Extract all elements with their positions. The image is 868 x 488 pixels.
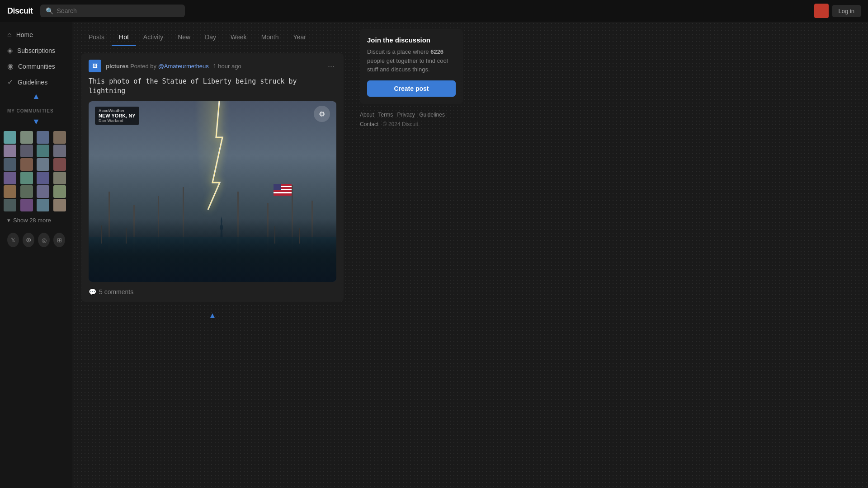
sidebar-item-home[interactable]: ⌂ Home (0, 27, 72, 42)
community-name[interactable]: pictures (106, 63, 129, 70)
tab-activity[interactable]: Activity (136, 29, 170, 46)
community-thumb[interactable] (37, 131, 49, 144)
community-thumb[interactable] (53, 185, 66, 198)
poster-name[interactable]: @Amateurmetheus (158, 63, 209, 70)
twitter-button[interactable]: 𝕏 (7, 233, 19, 247)
avatar[interactable] (814, 4, 829, 18)
community-thumb[interactable] (20, 185, 33, 198)
community-icon[interactable]: 🖼 (89, 60, 101, 72)
community-thumb[interactable] (4, 158, 16, 171)
sidebar-item-label: Home (16, 31, 33, 38)
github-button[interactable]: ◎ (38, 233, 50, 247)
community-thumb[interactable] (20, 172, 33, 184)
sidebar: ⌂ Home ◈ Subscriptions ◉ Communities ✓ G… (0, 22, 72, 488)
communities-icon: ◉ (7, 62, 14, 70)
sidebar-item-communities[interactable]: ◉ Communities (0, 58, 72, 74)
show-more-label: Show 28 more (13, 217, 51, 224)
tab-day[interactable]: Day (198, 29, 223, 46)
tab-posts[interactable]: Posts (81, 29, 112, 46)
sidebar-item-subscriptions[interactable]: ◈ Subscriptions (0, 42, 72, 58)
community-thumb[interactable] (37, 199, 49, 211)
lightning-scene: AccuWeather NEW YORK, NY Dan Warland ⚙ (89, 101, 336, 282)
community-thumb[interactable] (37, 185, 49, 198)
street-lamp-3 (274, 226, 275, 244)
join-count: 6226 (430, 48, 443, 55)
chevron-down-icon: ▾ (7, 217, 10, 224)
join-box: Join the discussion Discuit is a place w… (360, 29, 463, 104)
guidelines-icon: ✓ (7, 78, 13, 86)
create-post-button[interactable]: Create post (367, 80, 456, 97)
post-footer: 💬 5 comments (89, 288, 336, 296)
footer-contact[interactable]: Contact (360, 121, 378, 127)
scroll-bottom-up-arrow[interactable]: ▲ (208, 311, 217, 320)
weather-person: Dan Warland (99, 118, 136, 123)
posted-by-label: Posted by (130, 63, 158, 70)
community-thumb[interactable] (37, 172, 49, 184)
sidebar-item-label: Subscriptions (17, 47, 55, 54)
comment-icon: 💬 (89, 288, 96, 296)
post-more-button[interactable]: ··· (326, 61, 336, 71)
community-thumb[interactable] (4, 199, 16, 211)
tab-month[interactable]: Month (254, 29, 286, 46)
search-input[interactable] (57, 7, 179, 14)
weather-location: NEW YORK, NY (99, 113, 136, 118)
community-thumb[interactable] (4, 131, 16, 144)
sidebar-item-label: Communities (18, 63, 55, 70)
nav-right: Log in (814, 4, 861, 18)
bookmark-button[interactable]: ⊞ (53, 233, 65, 247)
community-thumb[interactable] (37, 145, 49, 157)
search-bar[interactable]: 🔍 (40, 5, 185, 17)
community-thumb[interactable] (53, 172, 66, 184)
tab-year[interactable]: Year (286, 29, 313, 46)
join-text-suffix: people get together to find cool stuff a… (367, 57, 448, 73)
post-card: 🖼 pictures Posted by @Amateurmetheus 1 h… (81, 53, 344, 302)
social-icons: 𝕏 ⊕ ◎ ⊞ (0, 229, 72, 251)
main-feed: Posts Hot Activity New Day Week Month Ye… (72, 22, 353, 488)
tab-week[interactable]: Week (223, 29, 254, 46)
post-meta: pictures Posted by @Amateurmetheus 1 hou… (106, 63, 321, 70)
post-image: AccuWeather NEW YORK, NY Dan Warland ⚙ (89, 101, 336, 282)
footer-about[interactable]: About (360, 112, 374, 118)
sidebar-item-guidelines[interactable]: ✓ Guidelines (0, 74, 72, 90)
community-thumb[interactable] (53, 131, 66, 144)
community-thumb[interactable] (20, 145, 33, 157)
community-thumb[interactable] (53, 158, 66, 171)
weather-sub: AccuWeather (99, 108, 136, 113)
home-icon: ⌂ (7, 31, 12, 39)
footer-privacy[interactable]: Privacy (397, 112, 415, 118)
scroll-down-arrow[interactable]: ▼ (32, 117, 40, 127)
footer-copyright: © 2024 Discuit. (383, 121, 420, 127)
tabs-bar: Posts Hot Activity New Day Week Month Ye… (81, 29, 344, 46)
join-description: Discuit is a place where 6226 people get… (367, 47, 456, 74)
logo[interactable]: Discuit (7, 6, 33, 16)
tab-hot[interactable]: Hot (112, 29, 136, 46)
community-thumb[interactable] (4, 185, 16, 198)
community-thumb[interactable] (53, 145, 66, 157)
community-thumb[interactable] (4, 145, 16, 157)
layout: ⌂ Home ◈ Subscriptions ◉ Communities ✓ G… (0, 22, 868, 488)
comments-button[interactable]: 💬 5 comments (89, 288, 133, 296)
tab-new[interactable]: New (170, 29, 198, 46)
show-more-button[interactable]: ▾ Show 28 more (0, 213, 72, 227)
community-thumb[interactable] (20, 158, 33, 171)
community-thumb[interactable] (53, 199, 66, 211)
discord-button[interactable]: ⊕ (23, 233, 34, 247)
time-ago: 1 hour ago (213, 63, 241, 70)
footer-guidelines[interactable]: Guidelines (419, 112, 445, 118)
scroll-up-arrow[interactable]: ▲ (32, 92, 40, 101)
topnav: Discuit 🔍 Log in (0, 0, 868, 22)
post-title: This photo of the Statue of Liberty bein… (89, 77, 336, 96)
street-lamp-4 (299, 228, 300, 244)
community-thumb[interactable] (4, 172, 16, 184)
footer-terms[interactable]: Terms (378, 112, 393, 118)
subscriptions-icon: ◈ (7, 46, 13, 55)
lightning-bolt-svg (203, 101, 231, 210)
community-thumb[interactable] (37, 158, 49, 171)
footer-links: About Terms Privacy Guidelines Contact ©… (360, 110, 463, 130)
search-icon: 🔍 (46, 7, 53, 14)
community-thumb[interactable] (20, 131, 33, 144)
community-thumb[interactable] (20, 199, 33, 211)
us-flag (274, 184, 292, 195)
login-button[interactable]: Log in (832, 5, 861, 17)
street-lamp-1 (101, 225, 102, 244)
